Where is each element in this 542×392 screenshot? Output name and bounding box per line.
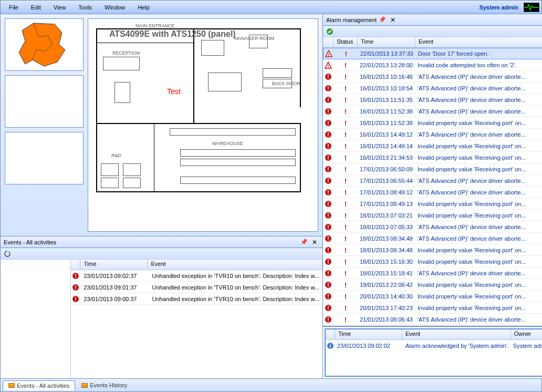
svg-text:!: ! xyxy=(345,223,347,231)
alarm-row[interactable]: !!18/01/2013 15:18:41'ATS Advanced (IP)'… xyxy=(323,267,542,279)
ack-col-owner[interactable]: Owner xyxy=(511,329,542,339)
alarm-row[interactable]: !!17/01/2013 06:50:09Invalid property va… xyxy=(323,163,542,175)
menu-view[interactable]: View xyxy=(47,3,72,12)
alarm-row[interactable]: !!17/01/2013 08:49:13Invalid property va… xyxy=(323,198,542,210)
svg-text:!: ! xyxy=(328,64,329,69)
label-rd: R&D xyxy=(111,153,121,158)
status-icon: ! xyxy=(333,142,358,150)
pin-icon[interactable]: 📌 xyxy=(298,239,310,245)
svg-text:!: ! xyxy=(345,154,347,161)
menu-tools[interactable]: Tools xyxy=(72,3,98,12)
alarm-event: Invalid property value 'Receiving port' … xyxy=(415,247,542,253)
menu-help[interactable]: Help xyxy=(131,3,156,12)
alarm-panel: Alarm management 📌 ✕ Status Time Event xyxy=(323,14,542,378)
alarm-time: 18/01/2013 15:18:41 xyxy=(358,270,415,276)
alarm-event: Invalid property value 'Receiving port' … xyxy=(415,259,542,265)
alarm-row[interactable]: !!17/01/2013 06:55:44'ATS Advanced (IP)'… xyxy=(323,175,542,187)
alarm-col-status[interactable]: Status xyxy=(333,37,358,47)
alarm-event: Invalid property value 'Receiving port' … xyxy=(415,212,542,219)
alarm-event: 'ATS Advanced (IP)' device driver aborte… xyxy=(415,131,542,138)
alarm-row[interactable]: !!16/01/2013 10:16:46'ATS Advanced (IP)'… xyxy=(323,71,542,82)
event-text: Unhandled exception in 'TVR10 on bench'.… xyxy=(149,273,322,279)
menu-window[interactable]: Window xyxy=(98,3,131,12)
pin-icon[interactable]: 📌 xyxy=(377,16,388,23)
svg-text:!: ! xyxy=(345,246,347,254)
current-user-label: System admin xyxy=(476,4,522,11)
event-text: Unhandled exception in 'TVR10 on bench'.… xyxy=(149,296,322,302)
refresh-icon[interactable] xyxy=(4,250,11,257)
svg-text:!: ! xyxy=(345,281,347,288)
status-icon: ! xyxy=(333,212,358,219)
svg-text:!: ! xyxy=(345,119,347,127)
close-icon[interactable]: ✕ xyxy=(310,239,319,246)
alarm-time: 22/01/2013 13:28:00 xyxy=(358,62,415,68)
alarm-col-type[interactable] xyxy=(323,37,333,47)
alarm-row[interactable]: !!16/01/2013 11:52:38'ATS Advanced (IP)'… xyxy=(323,106,542,117)
alarm-row[interactable]: !!16/01/2013 11:52:38Invalid property va… xyxy=(323,117,542,129)
close-icon[interactable]: ✕ xyxy=(388,16,398,24)
ack-col-event[interactable]: Event xyxy=(402,329,511,339)
label-back-door: BACK DOOR xyxy=(272,81,300,86)
alarm-row[interactable]: !!16/01/2013 21:34:53Invalid property va… xyxy=(323,152,542,163)
events-col-time[interactable]: Time xyxy=(80,260,148,270)
alarm-row[interactable]: !!20/01/2013 17:40:23Invalid property va… xyxy=(323,302,542,314)
alarm-row[interactable]: !!16/01/2013 10:18:54'ATS Advanced (IP)'… xyxy=(323,82,542,94)
alarm-time: 16/01/2013 14:49:14 xyxy=(358,143,415,149)
ack-row[interactable]: i 23/01/2013 09:02:02 Alarm acknowledged… xyxy=(326,340,542,352)
alarm-row[interactable]: !!18/01/2013 07:05:33'ATS Advanced (IP)'… xyxy=(323,221,542,233)
plan-title: ATS4099E with ATS1250 (panel) xyxy=(109,29,236,39)
alarm-event: Invalid property value 'Receiving port' … xyxy=(415,201,542,207)
thumbnail-empty-1[interactable] xyxy=(5,75,84,128)
status-icon: ! xyxy=(333,270,358,277)
alarm-row[interactable]: !!16/01/2013 14:49:14Invalid property va… xyxy=(323,140,542,152)
tab-events-history[interactable]: Events History xyxy=(76,380,132,390)
alarm-row[interactable]: !!21/01/2013 08:06:43'ATS Advanced (IP)'… xyxy=(323,314,542,325)
svg-text:!: ! xyxy=(327,201,329,207)
svg-text:!: ! xyxy=(328,52,330,57)
svg-text:!: ! xyxy=(327,247,329,253)
status-icon: ! xyxy=(333,85,358,92)
menu-edit[interactable]: Edit xyxy=(25,3,47,12)
event-row[interactable]: !23/01/2013 09:00:37Unhandled exception … xyxy=(71,293,322,305)
alarm-row[interactable]: !!18/01/2013 07:03:21Invalid property va… xyxy=(323,210,542,221)
error-icon: ! xyxy=(71,284,80,291)
alarm-row[interactable]: !!17/01/2013 08:49:12'ATS Advanced (IP)'… xyxy=(323,187,542,198)
alarm-row[interactable]: !!18/01/2013 15:16:30Invalid property va… xyxy=(323,256,542,267)
alarm-row[interactable]: !!22/01/2013 13:28:00Invalid code attemp… xyxy=(323,59,542,71)
svg-text:!: ! xyxy=(327,86,329,91)
floor-plan[interactable]: ATS4099E with ATS1250 (panel) Test MAIN … xyxy=(88,18,318,232)
events-col-event[interactable]: Event xyxy=(148,260,322,270)
error-icon: ! xyxy=(323,177,333,184)
svg-text:!: ! xyxy=(327,190,329,195)
ack-col-time[interactable]: Time xyxy=(335,329,402,339)
status-icon: ! xyxy=(333,73,358,80)
info-icon: i xyxy=(326,342,335,349)
alarm-event: 'ATS Advanced (IP)' device driver aborte… xyxy=(415,178,542,184)
alarm-row[interactable]: !!19/01/2013 22:08:42Invalid property va… xyxy=(323,279,542,291)
acknowledge-icon[interactable] xyxy=(326,28,333,35)
alarm-col-time[interactable]: Time xyxy=(358,37,415,47)
alarm-row[interactable]: !!16/01/2013 11:51:35'ATS Advanced (IP)'… xyxy=(323,94,542,106)
alarm-col-event[interactable]: Event xyxy=(415,37,542,47)
alarm-row[interactable]: !!20/01/2013 14:40:30Invalid property va… xyxy=(323,291,542,302)
tab-events-all[interactable]: Events - All activities xyxy=(3,380,75,390)
error-icon: ! xyxy=(323,212,333,219)
error-icon: ! xyxy=(323,131,333,138)
svg-text:!: ! xyxy=(327,143,329,149)
svg-text:!: ! xyxy=(327,224,329,230)
svg-text:!: ! xyxy=(345,96,347,104)
thumbnail-empty-2[interactable] xyxy=(5,132,84,184)
alarm-row[interactable]: !!16/01/2013 14:49:12'ATS Advanced (IP)'… xyxy=(323,129,542,140)
svg-text:!: ! xyxy=(327,236,329,242)
event-row[interactable]: !23/01/2013 09:01:37Unhandled exception … xyxy=(71,282,322,293)
error-icon: ! xyxy=(323,293,333,300)
event-row[interactable]: !23/01/2013 09:02:37Unhandled exception … xyxy=(71,270,322,282)
alarm-event: 'ATS Advanced (IP)' device driver aborte… xyxy=(415,270,542,276)
menu-file[interactable]: File xyxy=(3,3,25,12)
alarm-row[interactable]: !!18/01/2013 08:34:48'ATS Advanced (IP)'… xyxy=(323,233,542,244)
plan-test-label: Test xyxy=(167,87,181,96)
error-icon: ! xyxy=(323,316,333,323)
alarm-row[interactable]: !!18/01/2013 08:34:48Invalid property va… xyxy=(323,244,542,256)
alarm-row[interactable]: !!22/01/2013 13:37:33Door 'Door 17' forc… xyxy=(323,48,542,59)
thumbnail-map[interactable] xyxy=(5,18,84,71)
